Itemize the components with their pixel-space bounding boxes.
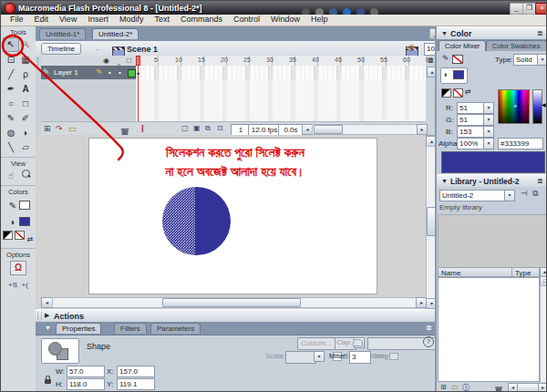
layer-lock-dot[interactable]: • [119, 68, 121, 77]
mixer-default-colors-button[interactable] [441, 88, 451, 98]
tab-filters[interactable]: Filters [114, 323, 147, 334]
library-vscrollbar[interactable] [540, 285, 547, 384]
edit-multiple-frames-button[interactable]: ⧉ [205, 124, 211, 133]
actions-gripper[interactable] [37, 312, 42, 320]
constrain-lock-icon[interactable] [45, 371, 51, 387]
selection-tool[interactable]: ↖ [3, 37, 19, 52]
show-hide-all-layers-icon[interactable]: ◉ [103, 57, 109, 65]
properties-gripper[interactable] [37, 324, 42, 332]
x-input[interactable]: 157.0 [117, 366, 155, 377]
modify-onion-markers-button[interactable]: ⊡ [217, 124, 223, 132]
subselection-tool[interactable]: ↖ [19, 38, 34, 51]
timeline-scrollbar-thumb[interactable] [314, 125, 343, 134]
text-tool[interactable]: A [18, 83, 33, 96]
snap-to-objects-toggle[interactable]: Ω [10, 261, 26, 275]
menu-insert[interactable]: Insert [82, 15, 114, 24]
cap-style-icon[interactable] [353, 339, 363, 346]
timeline-scroll-right-button[interactable]: ▸ [417, 124, 428, 135]
join-style-icon[interactable] [389, 353, 398, 360]
hex-input[interactable]: #333399 [498, 138, 543, 150]
width-input[interactable]: 57.0 [67, 366, 105, 377]
free-transform-tool[interactable]: ⊡ [4, 54, 18, 67]
insert-layer-folder-button[interactable]: ▭ [68, 124, 77, 133]
rectangle-tool[interactable]: □ [18, 98, 33, 110]
center-frame-button[interactable]: ❙ [139, 124, 146, 132]
color-options-menu-icon[interactable]: ≣ [537, 29, 543, 37]
edit-symbols-button[interactable]: ⊕ [408, 43, 415, 53]
properties-options-menu-icon[interactable]: ≣ [426, 324, 432, 332]
timeline-scrollbar[interactable] [312, 124, 418, 135]
y-input[interactable]: 119.1 [117, 378, 155, 390]
g-input[interactable]: 51 [457, 114, 486, 126]
smooth-option[interactable]: +S [8, 281, 17, 289]
library-column-type[interactable]: Type [515, 269, 531, 277]
menu-window[interactable]: Window [265, 15, 305, 24]
menu-file[interactable]: File [5, 15, 29, 24]
b-input[interactable]: 153 [457, 126, 486, 138]
menu-commands[interactable]: Commands [175, 15, 228, 24]
library-hscroll-right-button[interactable]: ▸ [538, 383, 547, 392]
menu-edit[interactable]: Edit [29, 15, 55, 24]
stage-hscrollbar[interactable] [52, 297, 417, 308]
brush-tool[interactable]: ✐ [18, 112, 33, 125]
color-collapse-arrow-icon[interactable]: ▼ [441, 30, 448, 36]
brightness-slider-arrow[interactable]: ◀ [542, 101, 546, 108]
menu-view[interactable]: View [54, 15, 82, 24]
default-colors-button[interactable] [3, 231, 13, 240]
menu-control[interactable]: Control [228, 15, 265, 24]
layer-row[interactable]: ✎ Layer 1 ✎ • • [41, 66, 136, 79]
restore-button[interactable]: ❐ [522, 3, 536, 15]
tab-color-mixer[interactable]: Color Mixer [439, 40, 486, 51]
library-pin-icon[interactable]: ⊣ [521, 189, 528, 198]
color-preview-swatch[interactable] [441, 151, 545, 173]
document-tab-untitled-1[interactable]: Untitled-1* [39, 28, 86, 39]
library-new-window-icon[interactable]: ⧉ [532, 189, 538, 199]
menu-help[interactable]: Help [305, 15, 334, 24]
document-tab-untitled-2[interactable]: Untitled-2* [92, 28, 139, 39]
layer-visibility-dot[interactable]: • [108, 68, 111, 77]
pencil-tool[interactable]: ✎ [4, 112, 18, 125]
fill-type-dropdown-button[interactable]: ▾ [537, 54, 547, 66]
close-button[interactable]: × [535, 3, 547, 15]
library-panel-title[interactable]: Library - Untitled-2 [450, 177, 520, 186]
insert-layer-button[interactable]: ⊞ [44, 124, 51, 133]
actions-panel-title[interactable]: Actions [54, 312, 84, 321]
timeline-toggle-button[interactable]: Timeline [41, 43, 81, 55]
outline-all-layers-icon[interactable]: □ [127, 57, 131, 65]
straighten-option[interactable]: +( [22, 281, 28, 289]
stage-canvas[interactable]: সিলেকশন করতে পুরো সিলেক্ট করুন না হলে অব… [88, 138, 377, 294]
line-tool[interactable]: ╱ [4, 68, 18, 81]
custom-stroke-button2[interactable]: Custom... [297, 337, 335, 350]
item-properties-button[interactable]: Ⓘ [462, 383, 470, 392]
mixer-fill-pressed-box[interactable]: ◗ [440, 67, 468, 84]
tab-properties[interactable]: Properties [56, 323, 101, 334]
tab-color-swatches[interactable]: Color Swatches [486, 40, 547, 51]
delete-item-button[interactable] [495, 383, 502, 392]
stroke-color-chip[interactable] [19, 201, 30, 210]
library-document-select[interactable]: Untitled-2 [439, 190, 507, 201]
timeline-options-menu-icon[interactable]: ≣ [428, 57, 434, 65]
back-arrow-icon[interactable]: ← [94, 43, 103, 53]
paint-bucket-tool[interactable]: ◗ [18, 127, 33, 139]
alpha-stepper[interactable]: ▾ [483, 138, 494, 150]
layer-frames-row[interactable]: • [136, 66, 426, 80]
library-item-list[interactable] [438, 277, 540, 382]
eyedropper-tool[interactable]: ╲ [4, 141, 18, 154]
layer-outline-swatch[interactable] [128, 69, 136, 77]
lasso-tool[interactable]: ρ [18, 68, 33, 81]
new-symbol-button[interactable]: ⊞ [440, 383, 447, 391]
help-icon[interactable]: ? [423, 336, 434, 347]
menu-text[interactable]: Text [149, 15, 175, 24]
mixer-fill-color-chip[interactable] [453, 70, 464, 79]
actions-panel-header[interactable]: ▶ Actions [36, 309, 437, 323]
color-panel-title[interactable]: Color [450, 29, 472, 38]
fill-color-chip[interactable] [19, 217, 30, 226]
properties-collapse-arrow-icon[interactable]: ▼ [45, 325, 51, 331]
oval-tool[interactable]: ○ [4, 98, 18, 110]
b-stepper[interactable]: ▾ [483, 126, 494, 138]
mixer-swap-colors-button[interactable]: ⇄ [465, 88, 471, 96]
menu-modify[interactable]: Modify [114, 15, 150, 24]
zoom-tool[interactable] [18, 169, 33, 181]
pen-tool[interactable]: ✒ [4, 83, 18, 96]
scene-name[interactable]: Scene 1 [127, 45, 158, 54]
